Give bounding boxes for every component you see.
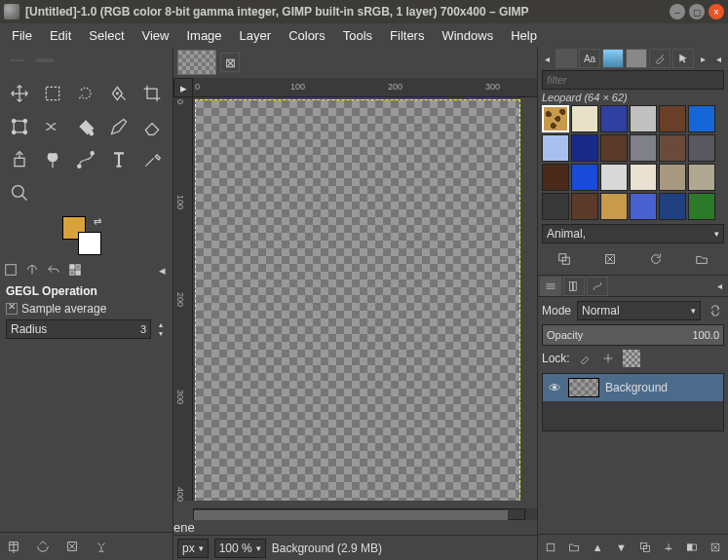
tab-history-icon[interactable] (602, 49, 624, 68)
tab-devices-icon[interactable] (23, 261, 41, 279)
ruler-origin-button[interactable]: ▸ (173, 78, 193, 97)
canvas-viewport[interactable] (193, 97, 537, 501)
pattern-swatch[interactable] (600, 164, 628, 191)
bucket-fill-tool[interactable] (70, 111, 101, 142)
text-tool[interactable] (103, 144, 134, 175)
pattern-swatch[interactable] (659, 193, 686, 220)
unified-transform-tool[interactable] (4, 111, 35, 142)
tab-undo-icon[interactable] (45, 261, 62, 279)
pattern-swatch[interactable] (571, 134, 598, 162)
pattern-swatch[interactable] (571, 193, 598, 220)
mask-layer-button[interactable] (683, 539, 701, 556)
pattern-delete-button[interactable] (600, 249, 620, 269)
pattern-swatch[interactable] (659, 105, 686, 132)
pattern-refresh-button[interactable] (646, 249, 666, 269)
raise-layer-button[interactable]: ▲ (589, 539, 606, 556)
warp-tool[interactable] (37, 111, 68, 142)
layer-name[interactable]: Background (605, 381, 668, 394)
tabs-scroll-left[interactable]: ◂ (540, 49, 554, 68)
pattern-swatch[interactable] (630, 105, 657, 132)
menu-filters[interactable]: Filters (382, 26, 432, 45)
close-button[interactable]: × (709, 4, 724, 19)
new-layer-button[interactable] (542, 539, 559, 556)
pattern-swatch[interactable] (542, 105, 569, 132)
tab-pointer-icon[interactable] (672, 49, 694, 68)
tab-menu-icon[interactable]: ◂ (153, 261, 171, 279)
restore-preset-button[interactable] (33, 537, 53, 556)
move-tool[interactable] (4, 78, 35, 109)
tab-document-icon[interactable] (626, 49, 647, 68)
mode-combo[interactable]: Normal ▾ (577, 301, 701, 320)
pattern-swatch[interactable] (630, 193, 657, 220)
pattern-swatch[interactable] (542, 193, 569, 220)
color-picker-tool[interactable] (136, 144, 168, 175)
menu-file[interactable]: File (4, 26, 40, 45)
clone-tool[interactable] (4, 144, 35, 175)
paths-tool[interactable] (70, 144, 101, 175)
smudge-tool[interactable] (37, 144, 68, 175)
pattern-swatch[interactable] (600, 134, 628, 162)
crop-tool[interactable] (136, 78, 168, 109)
menu-windows[interactable]: Windows (434, 26, 501, 45)
pattern-tag-input[interactable]: Animal, ▾ (542, 224, 724, 243)
tab-fonts-icon[interactable]: Aa (579, 49, 600, 68)
new-group-button[interactable] (565, 539, 583, 556)
tabs-menu-button[interactable]: ◂ (711, 49, 725, 68)
pattern-swatch[interactable] (571, 164, 598, 191)
pattern-swatch[interactable] (630, 134, 657, 162)
background-color[interactable] (78, 232, 101, 255)
layer-item[interactable]: 👁 Background (543, 374, 723, 401)
pencil-tool[interactable] (103, 111, 134, 142)
eraser-tool[interactable] (136, 111, 168, 142)
tab-paths-icon[interactable] (587, 277, 608, 296)
pattern-swatch[interactable] (542, 164, 569, 191)
pattern-swatch[interactable] (688, 164, 715, 191)
radius-slider[interactable]: Radius 3 (6, 319, 151, 339)
maximize-button[interactable]: ◻ (689, 4, 705, 19)
menu-colors[interactable]: Colors (281, 26, 333, 45)
free-select-tool[interactable] (70, 78, 101, 109)
delete-preset-button[interactable] (62, 537, 82, 556)
menu-help[interactable]: Help (503, 26, 545, 45)
pattern-swatch[interactable] (688, 134, 715, 162)
menu-tools[interactable]: Tools (335, 26, 380, 45)
radius-up-button[interactable]: ▲ (155, 320, 167, 329)
pattern-swatch[interactable] (600, 105, 628, 132)
pattern-swatch[interactable] (542, 134, 569, 162)
save-preset-button[interactable] (4, 537, 23, 556)
pattern-swatch[interactable] (600, 193, 628, 220)
zoom-selector[interactable]: 100 %▾ (214, 539, 266, 558)
visibility-toggle-icon[interactable]: 👁 (547, 381, 562, 395)
image-tab[interactable] (177, 50, 216, 75)
opacity-slider[interactable]: Opacity 100.0 (542, 324, 724, 346)
tab-images-icon[interactable] (66, 261, 84, 279)
tab-layers-icon[interactable] (540, 277, 561, 296)
pattern-swatch[interactable] (571, 105, 598, 132)
delete-layer-button[interactable] (707, 539, 724, 556)
menu-layer[interactable]: Layer (232, 26, 280, 45)
ruler-vertical[interactable]: 0 100 200 300 400 (173, 97, 193, 501)
duplicate-layer-button[interactable] (636, 539, 654, 556)
reset-preset-button[interactable] (92, 537, 111, 556)
sample-average-checkbox[interactable]: ✕ (6, 303, 18, 315)
pattern-swatch[interactable] (630, 164, 657, 191)
menu-image[interactable]: Image (178, 26, 229, 45)
canvas[interactable] (195, 99, 520, 501)
swap-colors-icon[interactable]: ⇄ (94, 216, 101, 227)
pattern-filter-input[interactable] (542, 70, 724, 90)
tabs-scroll-right[interactable]: ▸ (696, 49, 709, 68)
close-tab-button[interactable]: ⊠ (220, 53, 240, 72)
unit-selector[interactable]: px▾ (177, 539, 209, 558)
lock-pixels-button[interactable] (576, 350, 594, 367)
pattern-swatch[interactable] (688, 105, 715, 132)
lock-alpha-button[interactable] (623, 350, 640, 367)
rect-select-tool[interactable] (37, 78, 68, 109)
pattern-swatch[interactable] (659, 164, 686, 191)
tab-patterns-icon[interactable] (556, 49, 577, 68)
lock-position-button[interactable] (599, 350, 617, 367)
zoom-tool[interactable] (4, 177, 35, 208)
scrollbar-horizontal[interactable] (193, 508, 525, 520)
tab-channels-icon[interactable] (563, 277, 585, 296)
tab-brush-icon[interactable] (649, 49, 671, 68)
menu-view[interactable]: View (134, 26, 177, 45)
